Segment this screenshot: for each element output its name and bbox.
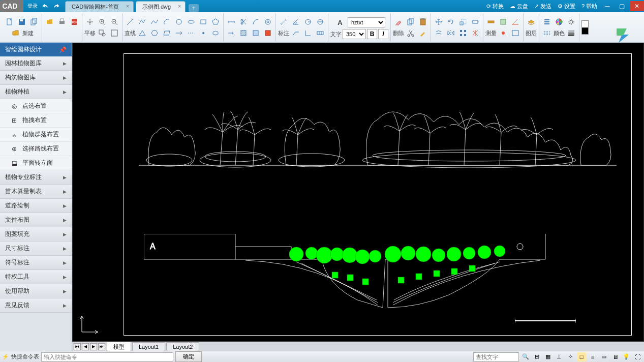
dyn-input-icon[interactable]: ▭ [599,352,608,361]
layout-tab-1[interactable]: Layout1 [132,342,165,351]
sidebar-item-seedling-table[interactable]: 苗木算量制表▶ [0,185,72,199]
rotate-icon[interactable] [445,16,456,27]
layout-next-button[interactable]: ▶ [90,343,97,350]
measure-area-icon[interactable] [498,16,509,27]
dim-angular-icon[interactable] [290,16,301,27]
layout-prev-button[interactable]: ◀ [82,343,89,350]
print-icon[interactable] [56,16,68,27]
arc-dim-icon[interactable] [250,16,261,27]
erase-icon[interactable] [393,16,404,27]
layout-tab-2[interactable]: Layout2 [166,342,199,351]
save-icon[interactable] [16,16,27,27]
sidebar-header[interactable]: 智绘园林设计📌 [0,43,72,56]
sidebar-sub-drag-place[interactable]: ⊞拖拽布置 [0,113,72,128]
measure-list-icon[interactable] [510,27,521,39]
lineweight-toggle-icon[interactable]: ≡ [588,352,597,361]
tab-home[interactable]: CAD智绘园林-首页× [65,1,134,12]
measure-dist-icon[interactable] [485,16,497,27]
sidebar-sub-plan-elevation[interactable]: ⬓平面转立面 [0,156,72,170]
snap-icon[interactable]: ⊞ [532,352,541,361]
measure-angle-icon[interactable] [510,16,521,27]
pdf-export-icon[interactable]: PDF [69,16,80,27]
hexagon-icon[interactable] [149,27,160,39]
cut-icon[interactable] [405,27,416,39]
settings-button[interactable]: ⚙设置 [555,3,578,10]
add-tab-button[interactable]: + [189,4,199,12]
list-icon[interactable] [541,16,553,27]
dim-aligned-icon[interactable] [278,16,289,27]
leader-icon[interactable] [290,27,301,39]
close-icon[interactable]: × [178,4,181,9]
app-logo[interactable]: CAD [0,0,23,12]
expand-icon[interactable]: ⛶ [633,352,642,361]
dim-radius-icon[interactable] [302,16,314,27]
sidebar-item-structure-library[interactable]: 构筑物图库▶ [0,71,72,85]
sidebar-item-plant-annotation[interactable]: 植物专业标注▶ [0,170,72,185]
arrow-icon[interactable] [226,27,237,39]
sidebar-item-road-draw[interactable]: 道路绘制▶ [0,199,72,213]
color-wheel-icon[interactable] [554,16,565,27]
matchprop-icon[interactable] [417,27,428,39]
sidebar-item-dimension[interactable]: 尺寸标注▶ [0,242,72,256]
close-window-button[interactable]: ✕ [630,1,644,11]
move-icon[interactable] [433,16,444,27]
mirror-icon[interactable] [445,27,456,39]
undo-icon[interactable] [41,2,50,11]
sidebar-item-feedback[interactable]: 意见反馈▶ [0,298,72,313]
redo-icon[interactable] [52,2,61,11]
cloud-button[interactable]: ☁云盘 [507,3,531,10]
triangle-icon[interactable] [137,27,148,39]
circle-icon[interactable] [173,16,185,27]
layout-last-button[interactable]: ⏭ [98,343,105,350]
stretch-icon[interactable] [470,16,481,27]
explode-icon[interactable] [470,27,481,39]
maximize-button[interactable]: ▢ [615,1,629,11]
sidebar-item-premium[interactable]: 特权工具▶ [0,270,72,284]
minimize-button[interactable]: ─ [600,1,615,11]
sidebar-item-file-layout[interactable]: 文件布图▶ [0,213,72,227]
polar-icon[interactable]: ✧ [566,352,575,361]
sidebar-sub-point-place[interactable]: ◎点选布置 [0,99,72,113]
layout-first-button[interactable]: ⏮ [74,343,81,350]
settings-icon[interactable] [566,16,577,27]
osnap-icon[interactable]: □ [577,352,586,361]
search-icon[interactable]: 🔍 [521,352,530,361]
polyline-icon[interactable] [137,16,148,27]
dim-diameter-icon[interactable] [315,16,326,27]
text-icon[interactable]: A [333,16,347,29]
ellipse-icon[interactable] [186,16,197,27]
color-white-swatch[interactable] [581,20,589,27]
drawing-canvas[interactable]: A [72,43,644,342]
rect-icon[interactable] [198,16,209,27]
paste-icon[interactable] [417,16,428,27]
dim-linear-icon[interactable] [226,16,237,27]
ortho-icon[interactable]: ⊥ [555,352,564,361]
pin-icon[interactable]: 📌 [59,46,67,53]
font-select[interactable]: hztxt [348,17,385,27]
bulb-icon[interactable]: 💡 [622,352,631,361]
parallelogram-icon[interactable] [161,27,172,39]
copy-icon[interactable] [405,16,416,27]
zoom-window-icon[interactable] [97,27,108,39]
ring-icon[interactable] [262,16,273,27]
trim-icon[interactable] [238,16,249,27]
zoom-out-icon[interactable] [109,16,120,27]
close-icon[interactable]: × [126,4,129,9]
measure-coord-icon[interactable] [498,27,509,39]
login-button[interactable]: 登录 [25,3,40,10]
line-icon[interactable] [125,16,136,27]
hatch-icon[interactable] [238,27,249,39]
command-label[interactable]: ⚡快捷命令表 [2,353,39,360]
revcloud-icon[interactable] [210,27,221,39]
arc-icon[interactable] [161,16,172,27]
open-folder-icon[interactable] [44,16,55,27]
layout-tab-model[interactable]: 模型 [107,342,131,351]
bold-button[interactable]: B [367,29,377,39]
send-button[interactable]: ↗发送 [531,3,555,10]
array-icon[interactable] [457,27,469,39]
xline-icon[interactable] [186,27,197,39]
help-button[interactable]: ?帮助 [578,3,600,10]
block-icon[interactable] [262,27,273,39]
fontsize-select[interactable]: 350 [343,29,366,39]
polygon-icon[interactable] [210,16,221,27]
